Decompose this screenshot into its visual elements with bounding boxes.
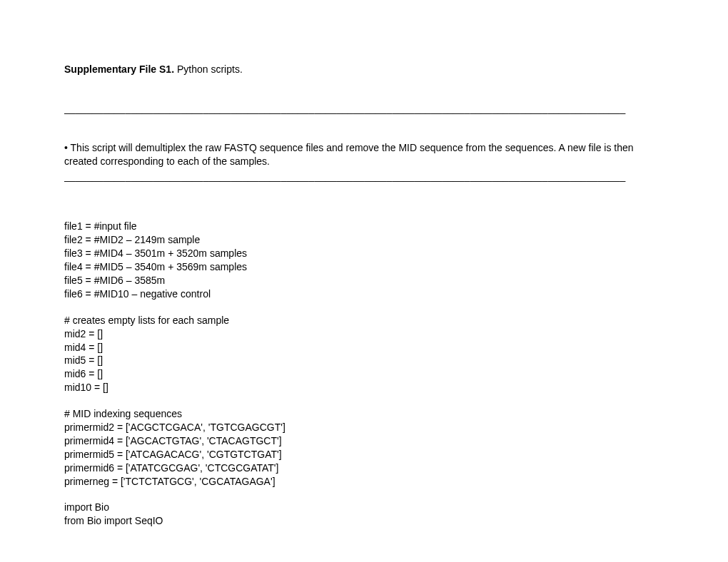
code-line: from Bio import SeqIO [64, 514, 664, 528]
primers-list: primermid2 = ['ACGCTCGACA', 'TGTCGAGCGT'… [64, 421, 664, 488]
empty-lists-section: # creates empty lists for each sample mi… [64, 314, 664, 394]
code-line: primermid4 = ['AGCACTGTAG', 'CTACAGTGCT'… [64, 434, 664, 448]
code-line: mid6 = [] [64, 367, 664, 381]
code-line: file6 = #MID10 – negative control [64, 287, 664, 301]
title-rest: Python scripts. [174, 63, 243, 75]
code-line: primermid6 = ['ATATCGCGAG', 'CTCGCGATAT'… [64, 461, 664, 475]
code-line: file4 = #MID5 – 3540m + 3569m samples [64, 260, 664, 274]
code-line: mid2 = [] [64, 327, 664, 341]
code-line: primerneg = ['TCTCTATGCG', 'CGCATAGAGA'] [64, 475, 664, 489]
empty-lists: mid2 = []mid4 = []mid5 = []mid6 = []mid1… [64, 327, 664, 394]
mid-indexing-section: # MID indexing sequences primermid2 = ['… [64, 407, 664, 488]
code-line: primermid5 = ['ATCAGACACG', 'CGTGTCTGAT'… [64, 448, 664, 461]
title-bold: Supplementary File S1. [64, 63, 174, 75]
imports-section: import Biofrom Bio import SeqIO [64, 501, 664, 528]
file-definitions: file1 = #input filefile2 = #MID2 – 2149m… [64, 220, 664, 300]
code-line: import Bio [64, 501, 664, 514]
code-line: file5 = #MID6 – 3585m [64, 274, 664, 287]
code-line: mid4 = [] [64, 341, 664, 354]
code-line: mid5 = [] [64, 354, 664, 367]
mid-comment: # MID indexing sequences [64, 407, 664, 421]
script-description: • This script will demultiplex the raw F… [64, 141, 664, 168]
code-line: mid10 = [] [64, 381, 664, 394]
code-line: file2 = #MID2 – 2149m sample [64, 233, 664, 247]
empty-lists-comment: # creates empty lists for each sample [64, 314, 664, 327]
document-title: Supplementary File S1. Python scripts. [64, 63, 664, 76]
horizontal-rule-2: ________________________________________… [64, 170, 664, 183]
horizontal-rule-1: ________________________________________… [64, 102, 664, 116]
code-line: primermid2 = ['ACGCTCGACA', 'TGTCGAGCGT'… [64, 421, 664, 434]
code-line: file3 = #MID4 – 3501m + 3520m samples [64, 247, 664, 260]
code-line: file1 = #input file [64, 220, 664, 233]
